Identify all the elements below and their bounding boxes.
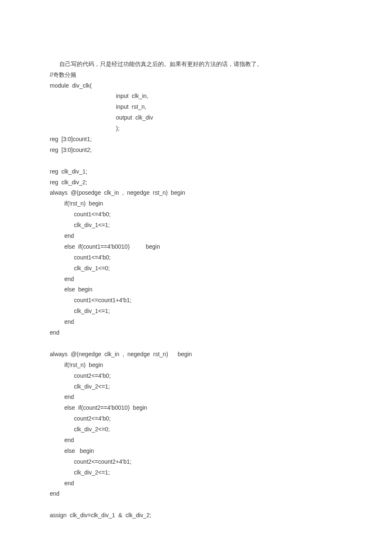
document-page: 自己写的代码，只是经过功能仿真之后的。如果有更好的方法的话，请指教了。 //奇数… — [0, 0, 392, 555]
code-block: 自己写的代码，只是经过功能仿真之后的。如果有更好的方法的话，请指教了。 //奇数… — [50, 59, 351, 521]
